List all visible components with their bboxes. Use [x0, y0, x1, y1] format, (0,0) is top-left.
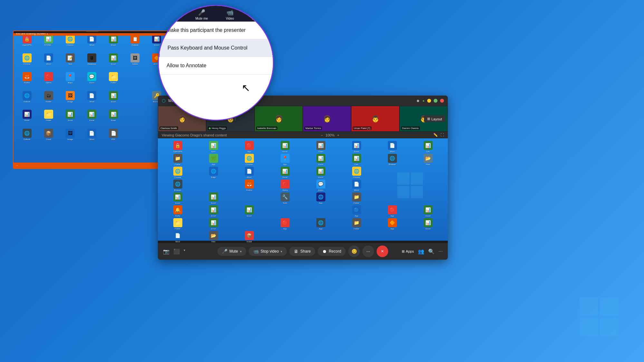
- list-item: [375, 167, 445, 204]
- list-item: 🦊Firefox: [17, 72, 37, 90]
- list-item: 🔴App: [375, 205, 409, 217]
- layout-button[interactable]: ⊞ Layout: [424, 116, 445, 122]
- list-item: 📊Excel: [411, 205, 445, 217]
- end-call-button[interactable]: ✕: [377, 246, 388, 257]
- camera-icon[interactable]: 📷: [163, 248, 169, 255]
- webex-window-controls: ⏺ ●: [416, 99, 444, 103]
- annotate-icon[interactable]: ✏️: [433, 133, 438, 137]
- list-item: 📦Install: [232, 231, 266, 243]
- magnify-mute-btn[interactable]: 🎤 Mute me: [195, 9, 208, 20]
- list-item: 🌐App: [303, 218, 338, 230]
- participant-card-marise: 👩 Marise Torres: [303, 106, 351, 132]
- taskbar: ···: [14, 162, 170, 168]
- list-item: 📄Word: [160, 231, 195, 243]
- list-item: 📄PDF: [103, 129, 124, 146]
- emoji-btn-icon: 😊: [351, 249, 357, 254]
- list-item: 📊Sync: [196, 141, 231, 153]
- list-item: 📊SYGNE...: [38, 34, 59, 52]
- list-item: 📊Excel: [160, 192, 195, 204]
- list-item: 🖥Database: [82, 53, 102, 71]
- list-item: 📊Excel: [411, 218, 445, 230]
- list-item: 🔴App: [232, 141, 266, 153]
- stop-video-button[interactable]: 📹 Stop video ▾: [249, 247, 287, 256]
- zoom-in-btn[interactable]: +: [337, 133, 339, 137]
- toolbar-mute-btn[interactable]: 🎤 Mute: [101, 31, 115, 32]
- list-item: 📄Word: [82, 91, 102, 109]
- list-item: 🦊Firefox: [232, 180, 266, 191]
- toolbar-recorder-btn[interactable]: ⏺ Recorder: [136, 31, 151, 32]
- list-item: 📄Word: [339, 180, 374, 191]
- participant-name-clarissa: Clarissa Smith: [159, 126, 178, 130]
- minimize-button[interactable]: [427, 99, 431, 103]
- list-item: ⭕Opera: [38, 72, 59, 90]
- list-item: 📊Calc: [411, 141, 445, 153]
- list-item: 📋Outlook: [125, 34, 145, 52]
- stop-video-btn-icon: 📹: [253, 249, 259, 254]
- settings-icon[interactable]: ⬛: [173, 248, 180, 255]
- toolbar-stopvideo-btn[interactable]: 📹 Stop Video: [116, 31, 134, 32]
- chevron-down-icon[interactable]: ▾: [184, 248, 185, 255]
- zoom-out-btn[interactable]: −: [321, 133, 323, 137]
- participants-right-icon[interactable]: 👥: [418, 248, 424, 255]
- list-item: 🔧Tools: [268, 192, 302, 204]
- participant-card-umar: 👨 Umar Patel [T]: [351, 106, 399, 132]
- list-item: 📊Excel: [268, 167, 302, 178]
- toolbar-pause-btn[interactable]: ⏸ Pause: [54, 31, 69, 32]
- toolbar-share-btn[interactable]: 🖥 Share: [70, 31, 84, 32]
- list-item: 🖼Image: [60, 91, 80, 109]
- webex-shared-content: 🔒OpenVPN 📊Sync 🔴App 📊Excel 📊Chart 📊Excel…: [158, 138, 448, 241]
- fullscreen-icon[interactable]: ⛶: [440, 133, 444, 137]
- maximize-button[interactable]: [434, 99, 437, 103]
- more-btn-icon: ···: [366, 249, 370, 254]
- list-item: 🔒OpenVPN: [17, 34, 37, 52]
- mute-btn-icon: 🎤: [222, 249, 227, 254]
- participant-name-henry: Henry Riggs: [208, 126, 227, 130]
- list-item: 🌐Chrome: [339, 167, 374, 178]
- list-item: 📊Excel: [196, 192, 231, 204]
- list-item: 🔶App: [375, 218, 409, 230]
- emoji-button[interactable]: 😊: [348, 246, 360, 257]
- close-button[interactable]: [440, 99, 444, 103]
- left-toolbar-icons: 📷 ⬛ ▾: [163, 248, 185, 255]
- right-toolbar-icons: ⊞ Apps 👥 🔍 ···: [402, 248, 443, 255]
- magnify-video-btn[interactable]: 📹 Video: [226, 9, 234, 20]
- list-item: 📂Files: [196, 231, 231, 243]
- list-item: 📍Maps: [60, 72, 80, 90]
- list-item: 📊Calc: [339, 154, 374, 165]
- list-item: 📊Excel: [103, 91, 124, 109]
- list-item: 🌐Chrome: [160, 167, 195, 178]
- magnify-video-icon: 📹: [226, 9, 234, 16]
- list-item: 📄Word: [375, 141, 409, 153]
- mute-chevron[interactable]: ▾: [240, 250, 242, 253]
- list-item: [268, 205, 302, 217]
- search-icon[interactable]: 🔍: [428, 248, 435, 255]
- share-button[interactable]: 🖥 Share: [289, 247, 315, 256]
- list-item: 📁Folder: [339, 218, 374, 230]
- screen-share-toolbar: W Stop sharing ⏸ Pause 🖥 Share 👤 Assign …: [13, 31, 171, 33]
- webex-bottom-toolbar: 📷 ⬛ ▾ 🎤 Mute ▾ 📹 Stop video ▾ 🖥 Share ⏺ …: [158, 243, 448, 260]
- list-item: 🌐Chrome: [17, 53, 37, 71]
- video-chevron[interactable]: ▾: [281, 250, 282, 253]
- more-right-icon[interactable]: ···: [438, 248, 443, 254]
- apps-button[interactable]: ⊞ Apps: [402, 249, 414, 254]
- participant-name-darren: Darren Owens: [401, 126, 420, 130]
- toolbar-assign-btn[interactable]: 👤 Assign: [85, 31, 100, 32]
- allow-annotate-menu-item[interactable]: Allow to Annotate: [159, 57, 273, 75]
- magnify-cursor-area: ↗: [159, 75, 273, 120]
- list-item: 📂Files: [411, 154, 445, 165]
- list-item: [303, 205, 338, 217]
- list-item: [232, 192, 266, 204]
- list-item: 📁Folder: [103, 72, 124, 90]
- list-item: 🖼Image: [60, 129, 80, 146]
- more-button[interactable]: ···: [362, 246, 374, 257]
- list-item: 📄Word: [82, 34, 102, 52]
- webex-window: ⬡ Webex 12:40 ⏺ ● 👩 Clarissa Smith 👨 Hen…: [158, 96, 448, 260]
- mute-button[interactable]: 🎤 Mute ▾: [217, 247, 246, 256]
- screen-share-window: W Stop sharing ⏸ Pause 🖥 Share 👤 Assign …: [13, 31, 171, 169]
- layout-icon: ⊞: [427, 117, 430, 121]
- list-item: 📄Word: [82, 129, 102, 146]
- record-button[interactable]: ⏺ Record: [318, 247, 346, 256]
- make-presenter-menu-item[interactable]: Make this participant the presenter: [159, 22, 273, 39]
- pass-keyboard-menu-item[interactable]: Pass Keyboard and Mouse Control: [159, 39, 273, 57]
- list-item: 🗂Folder: [38, 91, 59, 109]
